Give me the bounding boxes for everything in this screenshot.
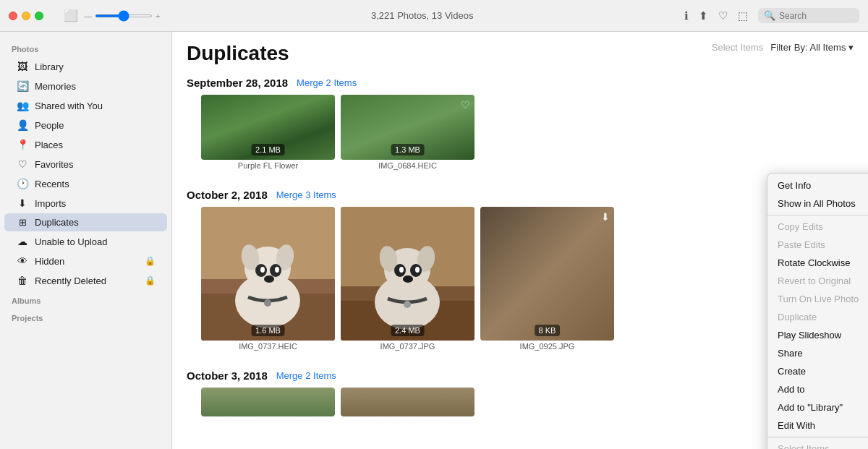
share-icon[interactable]: ⬆ bbox=[699, 9, 708, 22]
sidebar-label-duplicates: Duplicates bbox=[35, 217, 79, 228]
title-bar-right: ℹ ⬆ ♡ ⬚ 🔍 bbox=[684, 8, 859, 23]
zoom-plus-icon: + bbox=[156, 12, 160, 20]
sidebar-item-memories[interactable]: 🔄 Memories bbox=[4, 77, 167, 95]
deleted-icon: 🗑 bbox=[16, 275, 29, 286]
menu-item-showinallphotos[interactable]: Show in All Photos bbox=[767, 194, 868, 213]
photo-thumb-flower[interactable]: 2.1 MB bbox=[201, 95, 335, 160]
sidebar-item-people[interactable]: 👤 People bbox=[4, 116, 167, 134]
download-badge: ⬇ bbox=[601, 211, 610, 223]
sidebar-item-library[interactable]: 🖼 Library bbox=[4, 57, 167, 76]
traffic-lights bbox=[9, 12, 43, 20]
photo-label-heic: IMG_0684.HEIC bbox=[341, 160, 475, 171]
photo-size-dog1: 1.6 MB bbox=[251, 325, 285, 336]
svg-point-24 bbox=[403, 275, 413, 283]
menu-item-create[interactable]: Create › bbox=[767, 362, 868, 380]
menu-item-addto[interactable]: Add to › bbox=[767, 380, 868, 398]
toolbar-controls: ⬜ — + bbox=[64, 9, 160, 22]
menu-separator-1 bbox=[767, 215, 868, 215]
filter-bar[interactable]: Filter By: All Items ▾ bbox=[770, 42, 854, 53]
menu-item-turnon-livephoto: Turn On Live Photo bbox=[767, 290, 868, 308]
duplicates-icon: ⊞ bbox=[16, 217, 29, 228]
merge-link-sep28[interactable]: Merge 2 Items bbox=[297, 77, 357, 88]
date-row-sep28: September 28, 2018 Merge 2 Items bbox=[187, 77, 854, 89]
imports-icon: ⬇ bbox=[16, 197, 29, 209]
menu-item-revertoriginal: Revert to Original bbox=[767, 272, 868, 290]
svg-point-12 bbox=[264, 299, 271, 307]
heart-badge: ♡ bbox=[461, 99, 470, 111]
close-button[interactable] bbox=[9, 12, 17, 20]
menu-item-addtolibrary[interactable]: Add to "Library" bbox=[767, 398, 868, 416]
menu-item-selectitems: Select Items bbox=[767, 440, 868, 449]
sidebar-label-favorites: Favorites bbox=[35, 159, 73, 170]
slideshow-icon[interactable]: ⬜ bbox=[64, 9, 78, 22]
menu-item-slideshow[interactable]: Play Slideshow bbox=[767, 326, 868, 344]
search-input[interactable] bbox=[779, 11, 851, 21]
people-icon: 👤 bbox=[16, 119, 29, 131]
sidebar-label-memories: Memories bbox=[35, 81, 76, 92]
menu-item-rotatecw[interactable]: Rotate Clockwise bbox=[767, 254, 868, 272]
sidebar-label-recents: Recents bbox=[35, 179, 69, 189]
info-icon[interactable]: ℹ bbox=[684, 9, 689, 22]
merge-link-oct3[interactable]: Merge 2 Items bbox=[276, 370, 336, 381]
date-label-oct3: October 3, 2018 bbox=[187, 369, 268, 382]
sidebar-item-recents[interactable]: 🕐 Recents bbox=[4, 174, 167, 193]
sidebar-label-shared: Shared with You bbox=[35, 101, 103, 111]
photo-thumb-oct3b[interactable] bbox=[341, 388, 475, 416]
sidebar-item-imports[interactable]: ⬇ Imports bbox=[4, 194, 167, 213]
menu-item-share[interactable]: Share › bbox=[767, 344, 868, 362]
photos-section-title: Photos bbox=[0, 39, 171, 56]
photo-label-dog3: IMG_0925.JPG bbox=[480, 341, 614, 352]
sidebar-item-favorites[interactable]: ♡ Favorites bbox=[4, 155, 167, 174]
sidebar-item-duplicates[interactable]: ⊞ Duplicates bbox=[4, 213, 167, 231]
hidden-icon: 👁 bbox=[16, 255, 29, 267]
places-icon: 📍 bbox=[16, 139, 29, 150]
merge-link-oct2[interactable]: Merge 3 Items bbox=[276, 189, 336, 200]
content-area: Duplicates Select Items Filter By: All I… bbox=[172, 32, 868, 449]
sidebar-item-unable[interactable]: ☁ Unable to Upload bbox=[4, 232, 167, 251]
photo-count-label: 3,221 Photos, 13 Videos bbox=[166, 10, 678, 21]
photo-label-dog2: IMG_0737.JPG bbox=[341, 341, 475, 352]
svg-point-11 bbox=[264, 275, 274, 283]
photo-label-dog1: IMG_0737.HEIC bbox=[201, 341, 335, 352]
sidebar-item-places[interactable]: 📍 Places bbox=[4, 135, 167, 154]
photo-column-2: ♡ 1.3 MB IMG_0684.HEIC bbox=[341, 95, 475, 171]
svg-point-9 bbox=[260, 267, 265, 273]
photo-row-sep28: 2.1 MB Purple FL Flower ♡ 1.3 MB IMG_068… bbox=[187, 95, 854, 180]
sidebar-label-hidden: Hidden bbox=[35, 256, 64, 267]
dog-svg-2 bbox=[341, 207, 475, 341]
date-label-oct2: October 2, 2018 bbox=[187, 189, 268, 201]
date-group-sep28: September 28, 2018 Merge 2 Items 2.1 MB … bbox=[172, 71, 868, 183]
photo-label-flower: Purple FL Flower bbox=[201, 160, 335, 171]
menu-item-editwith[interactable]: Edit With › bbox=[767, 416, 868, 435]
sidebar: Photos 🖼 Library 🔄 Memories 👥 Shared wit… bbox=[0, 32, 172, 449]
svg-point-10 bbox=[275, 267, 279, 273]
photo-thumb-dog1[interactable]: 1.6 MB bbox=[201, 207, 335, 341]
library-icon: 🖼 bbox=[16, 61, 29, 72]
menu-item-getinfo[interactable]: Get Info bbox=[767, 176, 868, 194]
crop-icon[interactable]: ⬚ bbox=[738, 9, 748, 22]
maximize-button[interactable] bbox=[35, 12, 43, 20]
context-menu: Get Info Show in All Photos Copy Edits P… bbox=[767, 173, 868, 449]
heart-icon[interactable]: ♡ bbox=[718, 9, 728, 22]
photo-size-heic: 1.3 MB bbox=[391, 144, 425, 155]
date-label-sep28: September 28, 2018 bbox=[187, 77, 288, 89]
unable-icon: ☁ bbox=[16, 236, 29, 247]
zoom-range-input[interactable] bbox=[95, 14, 153, 17]
minimize-button[interactable] bbox=[22, 12, 30, 20]
sidebar-item-shared[interactable]: 👥 Shared with You bbox=[4, 96, 167, 115]
photo-thumb-oct3a[interactable] bbox=[201, 388, 335, 416]
main-layout: Photos 🖼 Library 🔄 Memories 👥 Shared wit… bbox=[0, 32, 868, 449]
sidebar-item-hidden[interactable]: 👁 Hidden 🔒 bbox=[4, 252, 167, 270]
photo-thumb-heic[interactable]: ♡ 1.3 MB bbox=[341, 95, 475, 160]
zoom-minus-icon: — bbox=[84, 12, 92, 20]
photo-column: 2.1 MB Purple FL Flower bbox=[201, 95, 335, 171]
sidebar-label-deleted: Recently Deleted bbox=[35, 275, 106, 286]
favorites-icon: ♡ bbox=[16, 158, 29, 170]
photo-thumb-dog3[interactable]: ⬇ 8 KB bbox=[480, 207, 614, 341]
sidebar-item-deleted[interactable]: 🗑 Recently Deleted 🔒 bbox=[4, 271, 167, 290]
select-items-button[interactable]: Select Items bbox=[712, 42, 764, 53]
content-header: Duplicates Select Items Filter By: All I… bbox=[172, 32, 868, 71]
search-bar[interactable]: 🔍 bbox=[758, 8, 859, 23]
sidebar-label-unable: Unable to Upload bbox=[35, 236, 107, 247]
photo-thumb-dog2[interactable]: 2.4 MB bbox=[341, 207, 475, 341]
